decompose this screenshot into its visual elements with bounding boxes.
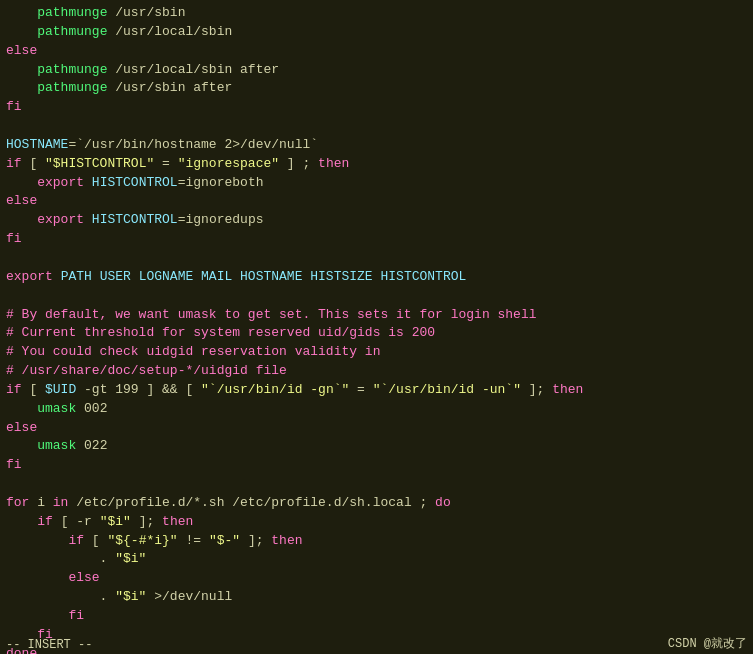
code-line-18: # Current threshold for system reserved … — [6, 324, 747, 343]
code-line-7 — [6, 117, 747, 136]
code-line-5: pathmunge /usr/sbin after — [6, 79, 747, 98]
code-line-17: # By default, we want umask to get set. … — [6, 306, 747, 325]
code-line-28: if [ -r "$i" ]; then — [6, 513, 747, 532]
code-line-34: fi — [6, 626, 747, 645]
code-line-32: . "$i" >/dev/null — [6, 588, 747, 607]
vim-status-right: CSDN @就改了 — [662, 633, 753, 654]
code-line-1: pathmunge /usr/sbin — [6, 4, 747, 23]
code-line-22: umask 002 — [6, 400, 747, 419]
code-line-2: pathmunge /usr/local/sbin — [6, 23, 747, 42]
code-line-3: else — [6, 42, 747, 61]
code-line-11: else — [6, 192, 747, 211]
code-line-33: fi — [6, 607, 747, 626]
code-line-12: export HISTCONTROL=ignoredups — [6, 211, 747, 230]
code-line-26 — [6, 475, 747, 494]
code-line-30: . "$i" — [6, 550, 747, 569]
code-line-21: if [ $UID -gt 199 ] && [ "`/usr/bin/id -… — [6, 381, 747, 400]
code-line-8: HOSTNAME=`/usr/bin/hostname 2>/dev/null` — [6, 136, 747, 155]
code-line-10: export HISTCONTROL=ignoreboth — [6, 174, 747, 193]
code-line-9: if [ "$HISTCONTROL" = "ignorespace" ] ; … — [6, 155, 747, 174]
vim-insert-mode: -- INSERT -- — [0, 636, 98, 654]
code-line-13: fi — [6, 230, 747, 249]
code-line-24: umask 022 — [6, 437, 747, 456]
code-line-14 — [6, 249, 747, 268]
code-line-15: export PATH USER LOGNAME MAIL HOSTNAME H… — [6, 268, 747, 287]
code-line-23: else — [6, 419, 747, 438]
code-line-25: fi — [6, 456, 747, 475]
code-line-29: if [ "${-#*i}" != "$-" ]; then — [6, 532, 747, 551]
code-line-19: # You could check uidgid reservation val… — [6, 343, 747, 362]
code-line-4: pathmunge /usr/local/sbin after — [6, 61, 747, 80]
code-line-6: fi — [6, 98, 747, 117]
code-line-35: done — [6, 645, 747, 654]
code-line-31: else — [6, 569, 747, 588]
code-line-27: for i in /etc/profile.d/*.sh /etc/profil… — [6, 494, 747, 513]
terminal-window: pathmunge /usr/sbin pathmunge /usr/local… — [0, 0, 753, 654]
code-line-20: # /usr/share/doc/setup-*/uidgid file — [6, 362, 747, 381]
code-line-16 — [6, 287, 747, 306]
